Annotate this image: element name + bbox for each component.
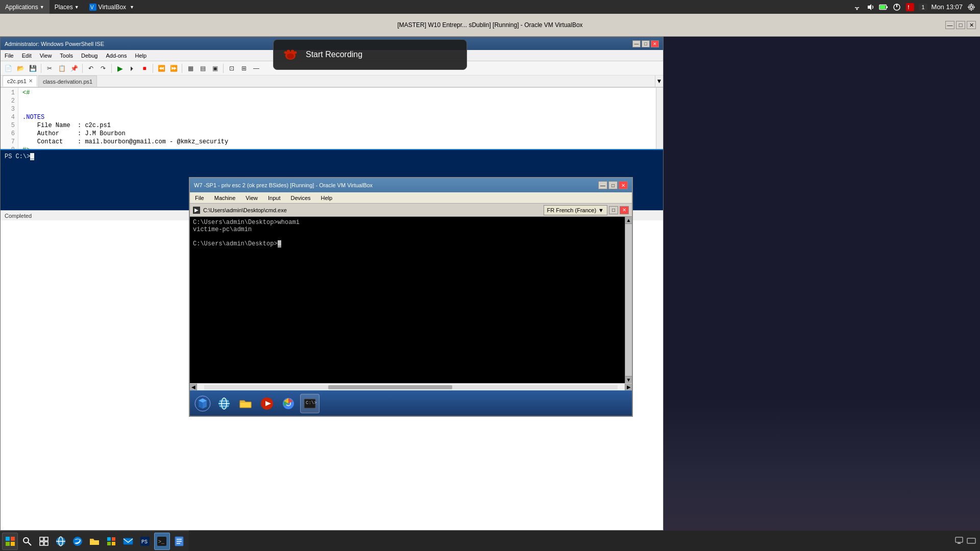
vbox-w7-title: W7 -SP1 - priv esc 2 (ok prez BSides) [R…	[194, 182, 373, 188]
w7-chrome-icon[interactable]	[279, 394, 298, 413]
code-line-2	[22, 97, 652, 105]
cmd-restore-btn[interactable]: □	[609, 206, 618, 214]
badge-1: 1	[919, 4, 927, 11]
ps-toolbar-run-sel[interactable]: ⏵	[127, 63, 138, 74]
recording-overlay[interactable]: Start Recording	[273, 39, 467, 70]
ps-code-editor[interactable]: <# .NOTES File Name : c2c.ps1 Author : J…	[18, 88, 656, 149]
ps-toolbar-more[interactable]: —	[251, 63, 262, 74]
code-line-1: <#	[22, 89, 652, 97]
ps-toolbar-view3[interactable]: ▣	[209, 63, 220, 74]
vbox-w7-menubar: File Machine View Input Devices Help	[190, 192, 632, 204]
ps-toolbar-sep1	[41, 64, 41, 73]
cmd-scrollbar[interactable]: ▲ ▼	[625, 217, 632, 383]
vbox-w7-restore[interactable]: □	[608, 181, 618, 189]
cmd-close-btn[interactable]: ✕	[620, 206, 629, 214]
line-num-3: 3	[1, 105, 18, 113]
linux-folder-btn[interactable]	[86, 533, 102, 550]
ps-toolbar-view1[interactable]: ▦	[185, 63, 196, 74]
vbox-w7-menu-input[interactable]: Input	[263, 192, 285, 203]
vbox-w7-menu-devices[interactable]: Devices	[285, 192, 315, 203]
linux-taskview-btn[interactable]	[36, 533, 52, 550]
w7-media-icon[interactable]	[257, 394, 277, 413]
hscroll-thumb[interactable]	[328, 385, 452, 389]
places-menu[interactable]: Places ▼	[50, 0, 84, 14]
ps-toolbar-pane1[interactable]: ⊡	[226, 63, 237, 74]
ps-window-controls: — □ ✕	[632, 40, 659, 47]
ps-toolbar-view2[interactable]: ▤	[197, 63, 208, 74]
ps-toolbar-stop[interactable]: ■	[139, 63, 150, 74]
vbox-restore-btn[interactable]: □	[956, 21, 965, 29]
linux-start-btn[interactable]	[2, 533, 18, 550]
hscroll-left-btn[interactable]: ◀	[190, 384, 197, 391]
ps-editor-scrollbar[interactable]	[656, 88, 663, 149]
svg-rect-6	[880, 5, 886, 9]
ps-toolbar-undo[interactable]: ↶	[85, 63, 96, 74]
vbox-w7-menu-file[interactable]: File	[190, 192, 209, 203]
ps-tab-scroll[interactable]: ▼	[655, 76, 663, 87]
ps-restore-btn[interactable]: □	[642, 40, 650, 47]
linux-edge-btn[interactable]	[69, 533, 85, 550]
code-line-7: Contact : mail.bourbon@gmail.com - @kmkz…	[22, 138, 652, 146]
scroll-thumb[interactable]	[625, 224, 632, 239]
svg-point-11	[970, 6, 973, 8]
ps-toolbar-pane2[interactable]: ⊞	[238, 63, 250, 74]
svg-point-2	[856, 8, 858, 10]
w7-start-btn[interactable]	[193, 394, 212, 413]
ps-toolbar-run[interactable]: ▶	[114, 63, 126, 74]
ps-toolbar-debug1[interactable]: ⏪	[156, 63, 167, 74]
cmd-terminal[interactable]: C:\Users\admin\Desktop>whoami victime-pc…	[190, 217, 625, 383]
w7-folder-icon[interactable]	[236, 394, 255, 413]
scroll-down-btn[interactable]: ▼	[625, 376, 632, 383]
cmd-language-dropdown[interactable]: FR French (France) ▼	[544, 205, 607, 215]
ps-menu-view[interactable]: View	[36, 50, 56, 61]
ps-menu-edit[interactable]: Edit	[18, 50, 36, 61]
ps-toolbar-redo[interactable]: ↷	[97, 63, 109, 74]
ps-tab-class-derivation[interactable]: class-derivation.ps1	[38, 76, 97, 87]
virtualbox-menu[interactable]: V VirtualBox ▼	[84, 0, 139, 14]
w7-ie-icon[interactable]	[214, 394, 234, 413]
ps-tab-c2c[interactable]: c2c.ps1 ✕	[3, 76, 37, 87]
vbox-w7-minimize[interactable]: —	[598, 181, 607, 189]
ps-menu-help[interactable]: Help	[131, 50, 151, 61]
linux-store-btn[interactable]	[104, 533, 119, 550]
svg-rect-38	[44, 537, 48, 541]
linux-ie-btn[interactable]	[53, 533, 68, 550]
vbox-w7-close[interactable]: ✕	[619, 181, 628, 189]
ps-toolbar-save[interactable]: 💾	[27, 63, 38, 74]
scroll-up-btn[interactable]: ▲	[625, 217, 632, 224]
vbox-close-btn[interactable]: ✕	[967, 21, 976, 29]
vbox-w7-menu-help[interactable]: Help	[316, 192, 338, 203]
w7-cmd-icon[interactable]: C:\>_	[300, 394, 320, 413]
settings-icon[interactable]	[967, 3, 976, 12]
ps-toolbar-cut[interactable]: ✂	[44, 63, 55, 74]
places-arrow: ▼	[75, 5, 79, 10]
linux-mail-btn[interactable]	[120, 533, 136, 550]
vbox-minimize-btn[interactable]: —	[945, 21, 954, 29]
cmd-line-2: victime-pc\admin	[193, 226, 622, 233]
ps-menu-file[interactable]: File	[1, 50, 18, 61]
cmd-hscrollbar[interactable]: ◀ ▶	[190, 383, 632, 390]
ps-menu-tools[interactable]: Tools	[56, 50, 77, 61]
vbox-w7-menu-machine[interactable]: Machine	[209, 192, 241, 203]
svg-rect-37	[40, 537, 43, 541]
linux-powershell-btn[interactable]: PS	[137, 533, 153, 550]
vbox-w7-menu-view[interactable]: View	[240, 192, 263, 203]
ps-toolbar-copy[interactable]: 📋	[56, 63, 67, 74]
ps-toolbar-open[interactable]: 📂	[15, 63, 26, 74]
ps-toolbar-new[interactable]: 📄	[3, 63, 14, 74]
hscroll-right-btn[interactable]: ▶	[625, 384, 632, 391]
applications-menu[interactable]: Applications ▼	[0, 0, 50, 14]
linux-files-btn[interactable]	[171, 533, 187, 550]
ps-tab-c2c-close[interactable]: ✕	[29, 78, 33, 84]
ps-minimize-btn[interactable]: —	[632, 40, 641, 47]
ps-menu-addons[interactable]: Add-ons	[102, 50, 131, 61]
ps-toolbar-paste[interactable]: 📌	[68, 63, 80, 74]
linux-terminal-btn[interactable]: >_	[154, 533, 170, 550]
vbox-w7-titlebar: W7 -SP1 - priv esc 2 (ok prez BSides) [R…	[190, 178, 632, 192]
ps-toolbar-debug2[interactable]: ⏩	[168, 63, 179, 74]
svg-rect-39	[40, 542, 43, 545]
wifi-icon	[852, 3, 862, 12]
ps-close-btn[interactable]: ✕	[651, 40, 659, 47]
ps-menu-debug[interactable]: Debug	[77, 50, 102, 61]
linux-search-btn[interactable]	[19, 533, 35, 550]
